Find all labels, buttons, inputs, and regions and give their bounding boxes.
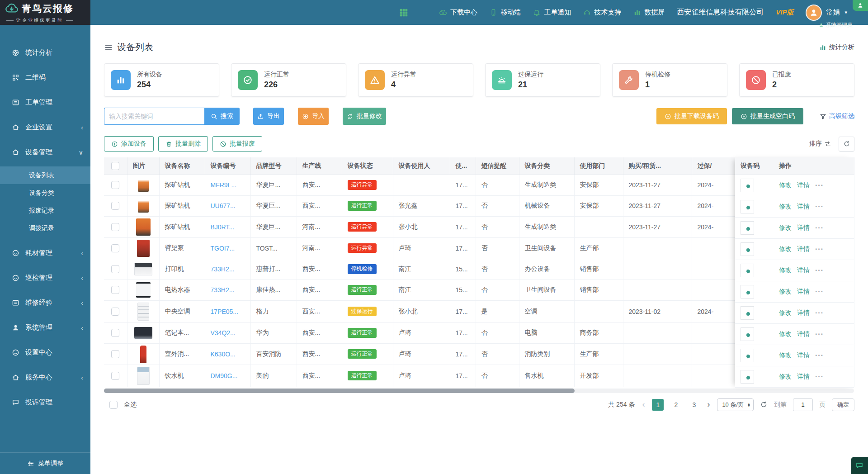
row-checkbox[interactable] — [111, 265, 119, 273]
sidebar-item-inspection[interactable]: 巡检管理 ‹ — [0, 265, 90, 290]
detail-link[interactable]: 详情 — [797, 351, 810, 360]
detail-link[interactable]: 详情 — [797, 288, 810, 296]
device-image[interactable] — [137, 240, 150, 257]
detail-link[interactable]: 详情 — [797, 203, 810, 211]
device-code-link[interactable]: MFR9L... — [211, 181, 237, 189]
row-checkbox[interactable] — [111, 350, 119, 358]
device-code-link[interactable]: 733H2... — [211, 286, 235, 294]
goto-page-input[interactable] — [793, 398, 813, 411]
nav-workorder-notice[interactable]: 工单通知 — [533, 8, 571, 17]
device-qrcode-thumbnail[interactable] — [741, 306, 754, 320]
row-checkbox[interactable] — [111, 223, 119, 231]
row-checkbox[interactable] — [111, 181, 119, 189]
add-device-button[interactable]: 添加设备 — [104, 136, 154, 152]
device-image[interactable] — [134, 263, 152, 275]
device-code-link[interactable]: BJ0RT... — [211, 223, 235, 231]
sidebar-subitem-scrap-records[interactable]: 报废记录 — [0, 202, 90, 219]
device-code-link[interactable]: V34Q2... — [211, 329, 236, 337]
sidebar-item-consumables[interactable]: 耗材管理 ‹ — [0, 241, 90, 265]
sidebar-subitem-device-list[interactable]: 设备列表 — [0, 166, 90, 184]
select-all-checkbox-header[interactable] — [111, 162, 119, 170]
row-checkbox[interactable] — [111, 202, 119, 210]
export-button[interactable]: 导出 — [253, 108, 284, 125]
device-qrcode-thumbnail[interactable] — [741, 242, 754, 256]
edit-link[interactable]: 修改 — [779, 288, 792, 296]
nav-tech-support[interactable]: 技术支持 — [583, 8, 621, 17]
more-actions-icon[interactable]: ··· — [815, 224, 824, 232]
device-code-link[interactable]: 17PE05... — [211, 308, 239, 315]
device-image[interactable] — [136, 282, 151, 298]
vip-badge[interactable]: VIP版 — [776, 8, 793, 17]
batch-delete-button[interactable]: 批量删除 — [158, 136, 208, 152]
sort-control[interactable]: 排序 — [809, 140, 831, 148]
sidebar-item-device-management[interactable]: 设备管理 ∨ — [0, 140, 90, 165]
search-button[interactable]: 搜索 — [204, 108, 240, 125]
batch-edit-button[interactable]: 批量修改 — [343, 108, 386, 125]
edit-link[interactable]: 修改 — [779, 330, 792, 338]
row-checkbox[interactable] — [111, 244, 119, 252]
device-image[interactable] — [137, 303, 149, 321]
device-code-link[interactable]: TGOI7... — [211, 245, 235, 252]
device-qrcode-thumbnail[interactable] — [741, 221, 754, 235]
batch-scrap-button[interactable]: 批量报废 — [212, 136, 262, 152]
avatar[interactable] — [806, 5, 822, 21]
batch-blank-codes-button[interactable]: 批量生成空白码 — [732, 108, 803, 124]
detail-link[interactable]: 详情 — [797, 373, 810, 381]
page-button-1[interactable]: 1 — [652, 399, 664, 411]
device-qrcode-thumbnail[interactable] — [741, 200, 754, 213]
select-all-checkbox[interactable] — [109, 401, 118, 409]
row-checkbox[interactable] — [111, 329, 119, 337]
sidebar-item-settings-center[interactable]: 设置中心 — [0, 340, 90, 365]
prev-page-button[interactable]: ‹ — [641, 400, 646, 409]
detail-link[interactable]: 详情 — [797, 330, 810, 338]
sidebar-item-workorders[interactable]: 工单管理 — [0, 90, 90, 115]
sidebar-subitem-device-category[interactable]: 设备分类 — [0, 184, 90, 202]
page-size-select[interactable]: 10 条/页 ▲▼ — [717, 398, 754, 411]
device-qrcode-thumbnail[interactable] — [741, 370, 754, 384]
edit-link[interactable]: 修改 — [779, 373, 792, 381]
detail-link[interactable]: 详情 — [797, 224, 810, 232]
more-actions-icon[interactable]: ··· — [815, 203, 824, 211]
next-page-button[interactable]: › — [706, 400, 711, 409]
more-actions-icon[interactable]: ··· — [815, 351, 824, 360]
edit-link[interactable]: 修改 — [779, 203, 792, 211]
sidebar-item-complaints[interactable]: 投诉管理 — [0, 390, 90, 415]
device-code-link[interactable]: DM90G... — [211, 372, 238, 379]
row-checkbox[interactable] — [111, 286, 119, 294]
sidebar-item-company-settings[interactable]: 企业设置 ‹ — [0, 115, 90, 140]
chat-float-button[interactable] — [851, 457, 868, 474]
sidebar-subitem-transfer-records[interactable]: 调拨记录 — [0, 219, 90, 237]
sidebar-item-repair-experience[interactable]: 维修经验 ‹ — [0, 290, 90, 315]
device-qrcode-thumbnail[interactable] — [741, 285, 754, 299]
advanced-filter-link[interactable]: 高级筛选 — [820, 112, 854, 120]
device-image[interactable] — [138, 199, 149, 213]
sidebar-item-service-center[interactable]: 服务中心 ‹ — [0, 365, 90, 390]
sidebar-item-system-management[interactable]: 系统管理 ‹ — [0, 315, 90, 340]
device-qrcode-thumbnail[interactable] — [741, 327, 754, 341]
edit-link[interactable]: 修改 — [779, 351, 792, 360]
row-checkbox[interactable] — [111, 372, 119, 380]
more-actions-icon[interactable]: ··· — [815, 245, 824, 253]
device-qrcode-thumbnail[interactable] — [741, 179, 754, 192]
detail-link[interactable]: 详情 — [797, 245, 810, 253]
detail-link[interactable]: 详情 — [797, 309, 810, 317]
refresh-table-button[interactable] — [839, 137, 854, 152]
device-code-link[interactable]: UU677... — [211, 202, 236, 209]
sidebar-item-stats[interactable]: 统计分析 — [0, 40, 90, 65]
import-button[interactable]: 导入 — [298, 108, 329, 125]
nav-data-screen[interactable]: 数据屏 — [633, 8, 665, 17]
device-image[interactable] — [136, 218, 151, 236]
more-actions-icon[interactable]: ··· — [815, 266, 824, 275]
device-image[interactable] — [138, 178, 149, 192]
horizontal-scrollbar-thumb[interactable] — [104, 389, 575, 393]
more-actions-icon[interactable]: ··· — [815, 181, 824, 190]
detail-link[interactable]: 详情 — [797, 181, 810, 190]
stats-analysis-link[interactable]: 统计分析 — [819, 43, 854, 52]
edit-link[interactable]: 修改 — [779, 309, 792, 317]
device-qrcode-thumbnail[interactable] — [741, 349, 754, 362]
edit-link[interactable]: 修改 — [779, 266, 792, 275]
row-checkbox[interactable] — [111, 308, 119, 316]
apps-grid-icon[interactable] — [399, 8, 409, 18]
device-image[interactable] — [137, 367, 150, 385]
nav-download-center[interactable]: 下载中心 — [439, 8, 477, 17]
